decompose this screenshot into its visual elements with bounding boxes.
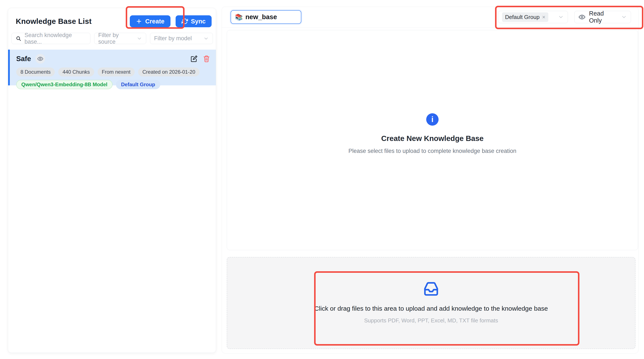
list-header: Knowledge Base List Create Sync bbox=[8, 8, 216, 33]
kb-badge-chunks: 440 Chunks bbox=[58, 67, 94, 76]
chevron-down-icon bbox=[621, 14, 627, 20]
filter-by-model-select[interactable]: Filter by model bbox=[150, 33, 213, 44]
create-button-label: Create bbox=[145, 18, 164, 25]
delete-icon[interactable] bbox=[203, 55, 210, 63]
chevron-down-icon bbox=[203, 36, 209, 41]
group-tag-label: Default Group bbox=[505, 14, 540, 20]
sync-button-label: Sync bbox=[191, 18, 206, 25]
plus-icon bbox=[136, 18, 142, 24]
kb-name-value: new_base bbox=[245, 13, 277, 21]
empty-state-title: Create New Knowledge Base bbox=[381, 134, 484, 143]
kb-badge-source: From nexent bbox=[98, 67, 135, 76]
search-placeholder: Search knowledge base... bbox=[24, 32, 86, 45]
kb-badge-created: Created on 2026-01-20 bbox=[138, 67, 200, 76]
search-input[interactable]: Search knowledge base... bbox=[12, 33, 90, 44]
eye-icon bbox=[578, 13, 586, 21]
chevron-down-icon bbox=[136, 36, 142, 41]
filter-source-placeholder: Filter by source bbox=[98, 32, 136, 45]
chevron-down-icon bbox=[558, 14, 564, 20]
knowledge-base-list-item-safe[interactable]: Safe 8 Documents 440 Chunks From nexent … bbox=[8, 50, 216, 85]
empty-state-subtitle: Please select files to upload to complet… bbox=[348, 148, 516, 154]
upload-instruction-text: Click or drag files to this area to uplo… bbox=[314, 305, 548, 312]
inbox-icon bbox=[422, 280, 440, 298]
kb-badge-documents: 8 Documents bbox=[16, 67, 55, 76]
filter-model-placeholder: Filter by model bbox=[154, 35, 192, 42]
kb-item-name: Safe bbox=[16, 55, 31, 63]
group-tag: Default Group × bbox=[502, 12, 548, 22]
file-upload-dropzone[interactable]: Click or drag files to this area to uplo… bbox=[227, 257, 636, 349]
knowledge-base-list-panel: Knowledge Base List Create Sync Search k… bbox=[8, 8, 216, 353]
edit-icon[interactable] bbox=[190, 55, 198, 63]
kb-badge-model: Qwen/Qwen3-Embedding-8B Model bbox=[16, 80, 112, 89]
detail-topbar: 📚 new_base Default Group × Read Only bbox=[222, 7, 638, 27]
empty-state-panel: i Create New Knowledge Base Please selec… bbox=[227, 30, 638, 250]
info-icon: i bbox=[426, 113, 438, 126]
upload-formats-hint: Supports PDF, Word, PPT, Excel, MD, TXT … bbox=[364, 317, 498, 324]
list-filters: Search knowledge base... Filter by sourc… bbox=[8, 33, 216, 44]
refresh-icon bbox=[182, 18, 188, 24]
sync-button[interactable]: Sync bbox=[176, 15, 212, 27]
kb-name-input[interactable]: 📚 new_base bbox=[230, 10, 301, 24]
eye-icon[interactable] bbox=[36, 54, 45, 64]
filter-by-source-select[interactable]: Filter by source bbox=[94, 33, 146, 44]
group-multiselect[interactable]: Default Group × bbox=[498, 11, 568, 23]
kb-badge-group: Default Group bbox=[116, 80, 160, 89]
permission-value: Read Only bbox=[589, 10, 618, 24]
page-title: Knowledge Base List bbox=[16, 17, 92, 25]
create-button[interactable]: Create bbox=[130, 15, 170, 27]
knowledge-base-detail-panel: 📚 new_base Default Group × Read Only i C… bbox=[222, 6, 638, 354]
remove-tag-icon[interactable]: × bbox=[542, 14, 545, 20]
books-icon: 📚 bbox=[235, 13, 243, 21]
permission-select[interactable]: Read Only bbox=[574, 11, 631, 23]
search-icon bbox=[16, 35, 22, 41]
